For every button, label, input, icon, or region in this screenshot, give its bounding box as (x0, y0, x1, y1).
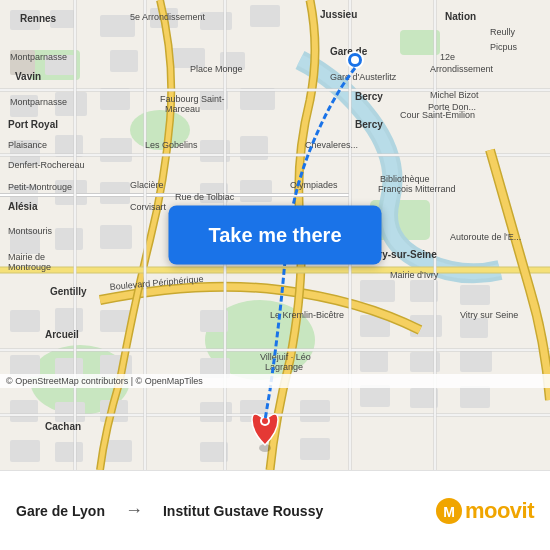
map-attribution: © OpenStreetMap contributors | © OpenMap… (0, 374, 550, 388)
svg-text:Autoroute de l'E...: Autoroute de l'E... (450, 232, 521, 242)
moovit-wordmark: moovit (465, 498, 534, 524)
svg-text:Cour Saint-Émilion: Cour Saint-Émilion (400, 110, 475, 120)
svg-text:Michel Bizot: Michel Bizot (430, 90, 479, 100)
svg-rect-60 (200, 402, 232, 422)
svg-text:Montrouge: Montrouge (8, 262, 51, 272)
svg-point-139 (351, 56, 359, 64)
svg-text:Glacière: Glacière (130, 180, 164, 190)
svg-text:12e: 12e (440, 52, 455, 62)
footer: Gare de Lyon → Institut Gustave Roussy M… (0, 470, 550, 550)
svg-rect-25 (100, 138, 132, 162)
svg-text:Picpus: Picpus (490, 42, 518, 52)
map-container: Rennes 5e Arrondissement Jussieu Nation … (0, 0, 550, 470)
svg-text:François Mitterrand: François Mitterrand (378, 184, 456, 194)
svg-text:Nation: Nation (445, 11, 476, 22)
svg-rect-15 (110, 50, 138, 72)
svg-text:Petit-Montrouge: Petit-Montrouge (8, 182, 72, 192)
svg-text:Port Royal: Port Royal (8, 119, 58, 130)
svg-rect-62 (300, 400, 330, 422)
svg-rect-35 (100, 225, 132, 249)
svg-text:Vavin: Vavin (15, 71, 41, 82)
svg-rect-49 (460, 350, 492, 372)
svg-rect-57 (10, 400, 38, 422)
svg-text:Bibliothèque: Bibliothèque (380, 174, 430, 184)
moovit-icon: M (435, 497, 463, 525)
svg-text:Montparnasse: Montparnasse (10, 52, 67, 62)
svg-rect-52 (460, 386, 490, 408)
svg-text:Rue de Tolbiac: Rue de Tolbiac (175, 192, 235, 202)
svg-text:Place Monge: Place Monge (190, 64, 243, 74)
svg-text:Lagrange: Lagrange (265, 362, 303, 372)
svg-text:Montsouris: Montsouris (8, 226, 53, 236)
svg-rect-46 (460, 318, 488, 338)
svg-text:Marceau: Marceau (165, 104, 200, 114)
from-label: Gare de Lyon (16, 503, 105, 519)
take-me-there-button[interactable]: Take me there (168, 206, 381, 265)
svg-rect-12 (250, 5, 280, 27)
svg-rect-32 (240, 180, 272, 202)
svg-rect-58 (55, 402, 85, 422)
svg-text:Bercy: Bercy (355, 119, 383, 130)
svg-text:Gentilly: Gentilly (50, 286, 87, 297)
svg-text:M: M (443, 504, 455, 520)
svg-text:Faubourg Saint-: Faubourg Saint- (160, 94, 225, 104)
svg-text:Alésia: Alésia (8, 201, 38, 212)
svg-rect-43 (460, 285, 490, 305)
svg-rect-63 (10, 440, 40, 462)
svg-text:Gare d'Austerlitz: Gare d'Austerlitz (330, 72, 397, 82)
svg-text:Reully: Reully (490, 27, 516, 37)
svg-text:Corvisart: Corvisart (130, 202, 167, 212)
svg-text:Montparnasse: Montparnasse (10, 97, 67, 107)
svg-rect-41 (360, 280, 395, 302)
svg-text:Plaisance: Plaisance (8, 140, 47, 150)
svg-text:5e Arrondissement: 5e Arrondissement (130, 12, 206, 22)
svg-text:Arrondissement: Arrondissement (430, 64, 494, 74)
svg-text:Mairie d'Ivry: Mairie d'Ivry (390, 270, 439, 280)
svg-rect-64 (55, 442, 83, 462)
svg-text:Vitry sur Seine: Vitry sur Seine (460, 310, 518, 320)
svg-text:Jussieu: Jussieu (320, 9, 357, 20)
svg-text:Rennes: Rennes (20, 13, 57, 24)
svg-text:Villejuif · Léo: Villejuif · Léo (260, 352, 311, 362)
svg-rect-37 (10, 310, 40, 332)
svg-text:Cachan: Cachan (45, 421, 81, 432)
svg-rect-50 (360, 385, 390, 407)
to-label: Institut Gustave Roussy (163, 503, 435, 519)
svg-point-142 (262, 418, 268, 424)
moovit-logo: M moovit (435, 497, 534, 525)
attribution-text: © OpenStreetMap contributors | © OpenMap… (6, 376, 203, 386)
svg-text:Bercy: Bercy (355, 91, 383, 102)
svg-rect-47 (360, 350, 388, 372)
svg-text:Les Gobelins: Les Gobelins (145, 140, 198, 150)
route-arrow: → (125, 500, 143, 521)
svg-text:Arcueil: Arcueil (45, 329, 79, 340)
svg-rect-34 (55, 228, 83, 250)
svg-text:Denfert-Rochereau: Denfert-Rochereau (8, 160, 85, 170)
svg-text:Mairie de: Mairie de (8, 252, 45, 262)
svg-rect-67 (300, 438, 330, 460)
